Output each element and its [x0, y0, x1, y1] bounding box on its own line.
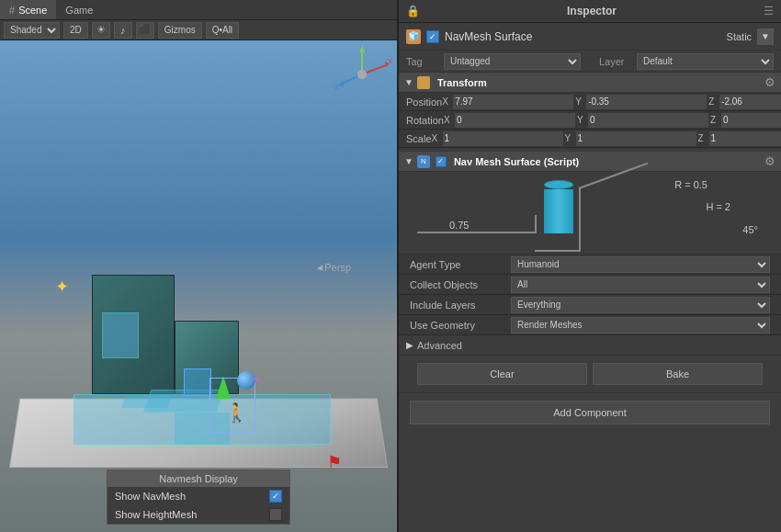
- ry-letter: Y: [577, 115, 588, 125]
- navmesh-active-checkbox[interactable]: ✓: [436, 156, 447, 167]
- gizmo-axes: Y X Z: [333, 45, 392, 105]
- sy-letter: Y: [565, 133, 576, 143]
- rx-letter: X: [444, 115, 455, 125]
- rz-letter: Z: [710, 115, 721, 125]
- h-label: H = 2: [706, 201, 730, 212]
- tag-dropdown[interactable]: Untagged: [444, 53, 581, 70]
- collect-objects-dropdown[interactable]: All: [511, 277, 770, 293]
- scale-x-input[interactable]: [443, 131, 563, 146]
- svg-marker-5: [338, 81, 344, 86]
- advanced-row[interactable]: ▶ Advanced: [399, 335, 781, 356]
- effects-icon[interactable]: ⬛: [136, 22, 154, 39]
- svg-text:Y: Y: [360, 45, 366, 51]
- inspector-title: Inspector: [425, 5, 758, 17]
- scale-x-field: X: [432, 131, 563, 146]
- persp-label: ◄Persp: [314, 262, 351, 273]
- transform-gear-icon[interactable]: ⚙: [764, 75, 775, 89]
- position-z-input[interactable]: [719, 95, 781, 109]
- show-navmesh-checkbox[interactable]: ✓: [269, 490, 282, 503]
- scale-y-field: Y: [565, 131, 696, 146]
- shading-dropdown[interactable]: Shaded: [4, 22, 60, 39]
- agent-type-dropdown[interactable]: Humanoid: [511, 256, 770, 273]
- use-geometry-row: Use Geometry Render Meshes: [399, 315, 781, 335]
- mode-2d-btn[interactable]: 2D: [63, 22, 88, 39]
- transform-header[interactable]: ▼ Transform ⚙: [399, 73, 781, 93]
- show-heightmesh-checkbox[interactable]: [269, 508, 282, 521]
- rotation-x-field: X: [444, 113, 575, 128]
- bake-button[interactable]: Bake: [593, 363, 763, 385]
- gizmos-btn[interactable]: Gizmos: [158, 22, 202, 39]
- inspector-menu-icon[interactable]: ☰: [764, 5, 774, 17]
- collect-objects-label: Collect Objects: [410, 279, 511, 290]
- r-label: R = 0.5: [674, 179, 707, 190]
- sz-letter: Z: [698, 133, 709, 143]
- use-geometry-dropdown[interactable]: Render Meshes: [511, 317, 770, 334]
- gameobj-active-checkbox[interactable]: ✓: [426, 30, 439, 43]
- button-row: Clear Bake: [399, 356, 781, 393]
- transform-collapse-arrow: ▼: [404, 77, 413, 87]
- position-y-input[interactable]: [586, 95, 707, 109]
- show-heightmesh-label: Show HeightMesh: [115, 509, 197, 520]
- tab-game[interactable]: Game: [56, 0, 102, 19]
- view-tabs: # Scene Game: [0, 0, 397, 20]
- add-component-button[interactable]: Add Component: [410, 401, 770, 424]
- rotation-x-input[interactable]: [455, 113, 575, 128]
- include-layers-row: Include Layers Everything: [399, 295, 781, 315]
- tab-scene[interactable]: # Scene: [0, 0, 56, 19]
- tag-layer-row: Tag Untagged Layer Default: [399, 51, 781, 73]
- tag-label: Tag: [406, 56, 438, 67]
- audio-icon[interactable]: ♪: [114, 22, 132, 39]
- navmesh-script-title: Nav Mesh Surface (Script): [454, 156, 761, 167]
- advanced-arrow: ▶: [406, 340, 413, 350]
- navmesh-script-icon: N: [417, 155, 430, 168]
- sx-letter: X: [432, 133, 443, 143]
- left-panel: # Scene Game Shaded 2D ☀ ♪ ⬛ Gizmos Q•Al…: [0, 0, 399, 532]
- gameobj-row: 🧊 ✓ NavMesh Surface Static ▼: [399, 23, 781, 51]
- position-label: Position: [406, 96, 442, 108]
- clear-button[interactable]: Clear: [417, 363, 587, 385]
- svg-point-6: [357, 70, 367, 79]
- light-icon[interactable]: ☀: [92, 22, 110, 39]
- static-label: Static: [727, 31, 753, 42]
- transform-icon: [417, 76, 430, 89]
- gameobj-name: NavMesh Surface: [445, 30, 721, 43]
- show-navmesh-label: Show NavMesh: [115, 491, 186, 502]
- rotation-row: Rotation X Y Z: [399, 111, 781, 130]
- layer-label: Layer: [599, 56, 631, 67]
- lock-icon: 🔒: [406, 5, 420, 17]
- transform-title: Transform: [437, 77, 761, 88]
- navmesh-gear-icon[interactable]: ⚙: [764, 154, 775, 168]
- navmesh-diagram: 0.75 R = 0.5 H = 2 45°: [399, 172, 781, 255]
- scene-viewport[interactable]: 🚶 ↗ ⚑ ✦ ◄Persp: [0, 40, 397, 532]
- include-layers-dropdown[interactable]: Everything: [511, 297, 770, 313]
- show-navmesh-row: Show NavMesh ✓: [108, 487, 289, 505]
- val-075-label: 0.75: [449, 220, 469, 231]
- z-letter: Z: [708, 96, 719, 107]
- scale-z-input[interactable]: [709, 131, 781, 146]
- position-x-input[interactable]: [453, 95, 573, 109]
- position-z-field: Z: [708, 95, 781, 109]
- use-geometry-label: Use Geometry: [410, 320, 511, 331]
- scene-tab-label: Scene: [18, 5, 47, 16]
- x-letter: X: [442, 96, 453, 107]
- position-xyz: X Y Z: [442, 95, 781, 109]
- rotation-y-field: Y: [577, 113, 708, 128]
- static-dropdown-btn[interactable]: ▼: [757, 28, 774, 45]
- search-btn[interactable]: Q•All: [206, 22, 239, 39]
- position-x-field: X: [442, 95, 573, 109]
- scale-y-input[interactable]: [576, 131, 696, 146]
- rotation-z-input[interactable]: [721, 113, 781, 128]
- rotation-label: Rotation: [406, 115, 444, 126]
- include-layers-label: Include Layers: [410, 300, 511, 311]
- scale-label: Scale: [406, 133, 432, 144]
- navmesh-popup-title: Navmesh Display: [108, 470, 289, 487]
- angle-label: 45°: [742, 224, 758, 235]
- game-tab-label: Game: [65, 5, 93, 16]
- wall-opening: [102, 312, 139, 358]
- rotation-y-input[interactable]: [588, 113, 708, 128]
- navmesh-collapse-arrow: ▼: [404, 156, 413, 166]
- agent-cylinder: [544, 180, 573, 233]
- navmesh-script-header[interactable]: ▼ N ✓ Nav Mesh Surface (Script) ⚙: [399, 152, 781, 172]
- layer-dropdown[interactable]: Default: [637, 53, 774, 70]
- wall-geometry: [92, 275, 175, 394]
